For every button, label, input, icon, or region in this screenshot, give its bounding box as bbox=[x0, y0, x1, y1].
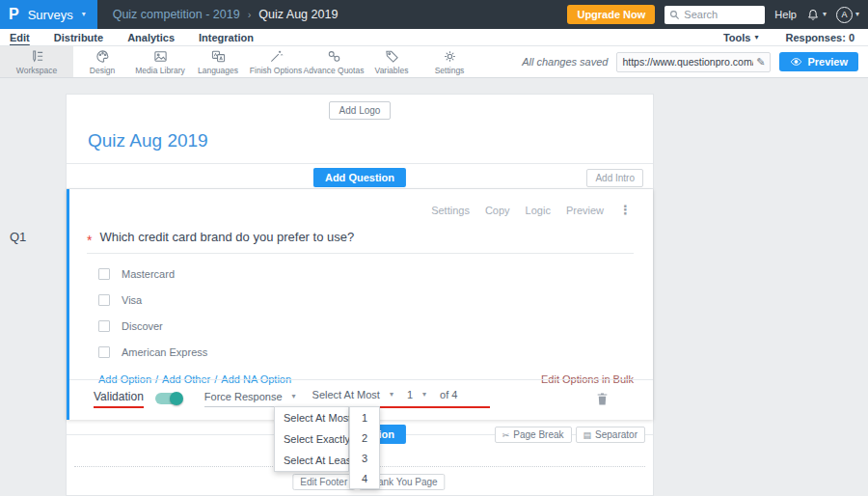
page-break-button[interactable]: ✂ Page Break bbox=[495, 427, 572, 443]
toolbar-item-finish-options[interactable]: Finish Options bbox=[247, 46, 305, 77]
option-checkbox[interactable] bbox=[98, 346, 110, 358]
option-checkbox[interactable] bbox=[98, 320, 110, 332]
dropdown-item-count-1[interactable]: 1 bbox=[350, 407, 379, 427]
question-number-label: Q1 bbox=[10, 230, 26, 244]
search-icon bbox=[669, 10, 680, 20]
toolbar-item-label: Settings bbox=[435, 66, 465, 75]
palette-icon bbox=[95, 49, 110, 64]
breadcrumb-parent[interactable]: Quiz competition - 2019 bbox=[113, 8, 240, 21]
share-url-input[interactable] bbox=[622, 56, 753, 68]
question-text-row: * Which credit card brand do you prefer … bbox=[87, 230, 634, 254]
dropdown-item-count-3[interactable]: 3 bbox=[350, 448, 379, 468]
validation-count-select[interactable]: 1 ▾ bbox=[407, 389, 426, 400]
notifications-menu[interactable]: ▾ bbox=[806, 8, 827, 22]
validation-rule-value: Select At Most bbox=[312, 389, 380, 400]
option-label[interactable]: Discover bbox=[122, 320, 163, 332]
toolbar-item-variables[interactable]: Variables bbox=[363, 46, 420, 77]
add-intro-button[interactable]: Add Intro bbox=[586, 169, 643, 187]
preview-button[interactable]: Preview bbox=[779, 52, 858, 71]
breadcrumb: Quiz competition - 2019 › Quiz Aug 2019 bbox=[113, 8, 339, 21]
toolbar-item-label: Design bbox=[90, 66, 115, 75]
edit-url-icon[interactable]: ✎ bbox=[756, 56, 765, 69]
tools-label: Tools bbox=[723, 32, 751, 43]
question-actions: Settings Copy Logic Preview ⋮ bbox=[69, 189, 653, 217]
account-menu[interactable]: A ▾ bbox=[836, 7, 859, 23]
chevron-down-icon: ▾ bbox=[754, 34, 758, 41]
question-copy-link[interactable]: Copy bbox=[485, 205, 510, 216]
validation-toggle[interactable] bbox=[155, 393, 182, 404]
bell-icon bbox=[806, 8, 820, 22]
survey-title[interactable]: Quiz Aug 2019 bbox=[88, 130, 653, 152]
toolbar-item-label: Advance Quotas bbox=[304, 66, 365, 75]
translate-icon bbox=[211, 49, 226, 64]
add-question-button[interactable]: Add Question bbox=[313, 168, 406, 187]
topbar-right: Upgrade Now Help ▾ A ▾ bbox=[567, 5, 868, 24]
validation-label: Validation bbox=[94, 390, 144, 408]
responses-count[interactable]: Responses: 0 bbox=[785, 32, 854, 43]
share-url-box[interactable]: ✎ bbox=[616, 52, 771, 72]
question-preview-link[interactable]: Preview bbox=[566, 205, 604, 216]
upgrade-now-button[interactable]: Upgrade Now bbox=[567, 5, 655, 24]
topbar: P Surveys ▾ Quiz competition - 2019 › Qu… bbox=[0, 0, 868, 29]
question-logic-link[interactable]: Logic bbox=[526, 205, 551, 216]
tools-menu[interactable]: Tools ▾ bbox=[723, 32, 759, 43]
product-menu-label: Surveys bbox=[28, 8, 73, 22]
answer-option-row: Mastercard bbox=[98, 268, 653, 280]
validation-rule-select[interactable]: Select At Most ▾ bbox=[312, 389, 393, 400]
dropdown-item-count-2[interactable]: 2 bbox=[350, 427, 379, 448]
toolbar-item-design[interactable]: Design bbox=[73, 46, 131, 77]
delete-question-icon[interactable] bbox=[596, 392, 609, 406]
caret-down-icon: ▾ bbox=[422, 391, 426, 399]
eye-icon bbox=[790, 57, 802, 67]
tab-analytics[interactable]: Analytics bbox=[127, 32, 175, 43]
toolbar-item-advance-quotas[interactable]: Advance Quotas bbox=[305, 46, 363, 77]
add-logo-button[interactable]: Add Logo bbox=[329, 101, 392, 120]
toolbar-item-workspace[interactable]: Workspace bbox=[0, 46, 73, 77]
option-label[interactable]: American Express bbox=[122, 346, 207, 358]
caret-down-icon: ▾ bbox=[292, 393, 296, 400]
question-settings-link[interactable]: Settings bbox=[431, 205, 470, 216]
chevron-down-icon: ▾ bbox=[855, 11, 859, 18]
toolbar-item-languages[interactable]: Languages bbox=[189, 46, 247, 77]
search-box[interactable] bbox=[665, 6, 765, 24]
surveys-menu[interactable]: P Surveys ▾ bbox=[0, 0, 97, 29]
edit-footer-button[interactable]: Edit Footer bbox=[292, 474, 355, 490]
toolbar-item-label: Languages bbox=[198, 66, 238, 75]
save-status: All changes saved bbox=[522, 56, 608, 68]
editor-canvas: Q1 Add Logo Quiz Aug 2019 Add Question A… bbox=[0, 94, 868, 496]
toolbar-item-label: Finish Options bbox=[250, 66, 302, 75]
force-response-select[interactable]: Force Response ▾ bbox=[204, 391, 296, 407]
nav-right: Tools ▾ Responses: 0 bbox=[723, 32, 858, 43]
validation-rule-dropdown: Select At Most Select Exactly Select At … bbox=[274, 406, 349, 472]
toolbar-right: All changes saved ✎ Preview bbox=[522, 46, 868, 77]
validation-count-value: 1 bbox=[407, 389, 413, 400]
toolbar-item-media-library[interactable]: Media Library bbox=[131, 46, 189, 77]
tab-edit[interactable]: Edit bbox=[10, 32, 30, 43]
search-input[interactable] bbox=[684, 9, 760, 20]
option-label[interactable]: Mastercard bbox=[122, 268, 175, 280]
toggle-knob bbox=[170, 392, 183, 405]
dropdown-item-count-4[interactable]: 4 bbox=[350, 468, 379, 488]
dropdown-item-select-at-least[interactable]: Select At Least bbox=[275, 450, 348, 471]
option-checkbox[interactable] bbox=[98, 268, 110, 280]
question-text[interactable]: Which credit card brand do you prefer to… bbox=[99, 230, 354, 244]
answer-option-row: Discover bbox=[98, 320, 653, 332]
dropdown-item-select-exactly[interactable]: Select Exactly bbox=[275, 428, 348, 450]
dropdown-item-select-at-most[interactable]: Select At Most bbox=[275, 407, 348, 428]
tab-distribute[interactable]: Distribute bbox=[54, 32, 103, 43]
tab-integration[interactable]: Integration bbox=[199, 32, 254, 43]
chevron-down-icon: ▾ bbox=[82, 11, 86, 18]
caret-down-icon: ▾ bbox=[390, 391, 393, 399]
more-options-icon[interactable]: ⋮ bbox=[619, 203, 632, 217]
option-checkbox[interactable] bbox=[98, 294, 110, 306]
question-block: Settings Copy Logic Preview ⋮ * Which cr… bbox=[67, 189, 653, 420]
avatar: A bbox=[836, 7, 853, 23]
editor-toolbar: Workspace Design Media Library Languages… bbox=[0, 46, 868, 78]
scissors-icon: ✂ bbox=[502, 430, 510, 440]
survey-card: Add Logo Quiz Aug 2019 Add Question Add … bbox=[66, 94, 654, 496]
toolbar-item-settings[interactable]: Settings bbox=[420, 46, 478, 77]
validation-count-dropdown: 1 2 3 4 bbox=[349, 406, 380, 489]
option-label[interactable]: Visa bbox=[122, 294, 142, 306]
help-link[interactable]: Help bbox=[774, 9, 797, 20]
separator-button[interactable]: ▤ Separator bbox=[576, 427, 645, 443]
